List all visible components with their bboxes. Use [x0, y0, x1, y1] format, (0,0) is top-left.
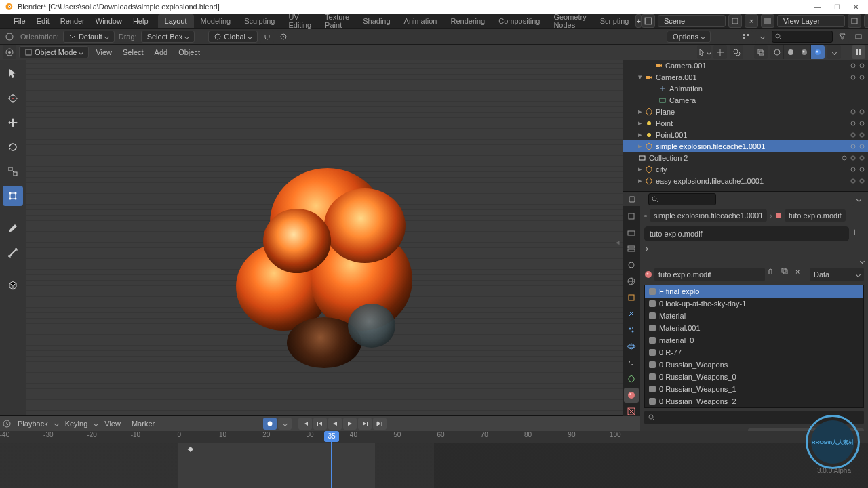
timeline-editor-type[interactable]: [3, 420, 11, 428]
material-list-item[interactable]: 0 Russian_Weapons_1: [645, 383, 863, 395]
options-dropdown[interactable]: Options: [667, 30, 711, 43]
outliner-row[interactable]: Camera.001: [623, 60, 868, 71]
ptab-constraints[interactable]: [624, 355, 639, 370]
outliner-editor-type[interactable]: [739, 30, 753, 43]
workspace-tab-uv[interactable]: UV Editing: [281, 10, 318, 32]
menu-render[interactable]: Render: [55, 15, 90, 27]
transform-orientation[interactable]: Global: [208, 30, 258, 43]
timeline-body[interactable]: 35: [0, 443, 868, 488]
viewport-collapse-arrow[interactable]: ◂: [616, 238, 620, 247]
tool-rotate[interactable]: [3, 137, 23, 157]
timeline-ruler[interactable]: -40-30-20-100102030405060708090100: [0, 431, 868, 443]
workspace-tab-layout[interactable]: Layout: [158, 14, 194, 28]
auto-keying-button[interactable]: [263, 418, 277, 430]
timeline-playback[interactable]: Playback: [14, 418, 52, 429]
viewport-3d[interactable]: ◂: [26, 60, 623, 415]
ptab-object[interactable]: [624, 290, 639, 305]
shading-matprev[interactable]: [797, 45, 811, 59]
viewport-editor-type[interactable]: [3, 45, 16, 59]
material-unlink[interactable]: ×: [795, 268, 808, 281]
snap-button[interactable]: [260, 30, 274, 43]
auto-keying-options[interactable]: [278, 418, 292, 430]
shading-options[interactable]: [827, 45, 841, 59]
tool-scale[interactable]: [3, 161, 23, 182]
ptab-material[interactable]: [624, 388, 639, 403]
overlay-button[interactable]: [730, 45, 743, 59]
properties-options[interactable]: [852, 192, 865, 206]
material-link-mode[interactable]: Data: [810, 268, 864, 281]
material-fake-user[interactable]: [767, 268, 779, 281]
menu-window[interactable]: Window: [90, 15, 127, 27]
ptab-viewlayer[interactable]: [624, 241, 639, 256]
material-list-item[interactable]: Material.001: [645, 322, 863, 334]
tool-addcube[interactable]: [3, 275, 23, 296]
outliner-row[interactable]: Collection 2: [623, 152, 868, 163]
playhead[interactable]: 35: [331, 431, 332, 488]
select-menu[interactable]: Select: [119, 47, 148, 58]
slot-expand[interactable]: [644, 247, 648, 251]
ptab-output[interactable]: [624, 225, 639, 240]
ptab-data[interactable]: [624, 371, 639, 386]
pause-render-button[interactable]: [852, 45, 865, 59]
jump-start-button[interactable]: [298, 418, 312, 430]
outliner-row[interactable]: Camera: [623, 94, 868, 106]
object-menu[interactable]: Object: [174, 47, 204, 58]
orientation-dropdown[interactable]: Default: [63, 30, 115, 43]
tool-transform[interactable]: [3, 186, 23, 206]
tool-move[interactable]: [3, 113, 23, 133]
minimize-button[interactable]: —: [808, 0, 827, 14]
selectability-button[interactable]: [697, 45, 711, 59]
mode-dropdown[interactable]: Object Mode: [19, 46, 89, 58]
outliner-row[interactable]: ▸simple explosion.filecache1.0001: [623, 140, 868, 152]
outliner-row[interactable]: ▾Camera.001: [623, 71, 868, 83]
workspace-add-button[interactable]: +: [635, 14, 641, 28]
material-list-item[interactable]: 0 R-77: [645, 346, 863, 359]
material-browse-icon[interactable]: [644, 270, 652, 279]
menu-file[interactable]: File: [8, 15, 31, 27]
ptab-modifier[interactable]: [624, 306, 639, 321]
workspace-tab-rendering[interactable]: Rendering: [443, 14, 492, 28]
menu-edit[interactable]: Edit: [31, 15, 55, 27]
jump-keyframe-fwd[interactable]: [358, 418, 372, 430]
outliner-row[interactable]: ▸Point.001: [623, 129, 868, 140]
breadcrumb-material[interactable]: tuto explo.modif: [785, 209, 846, 222]
workspace-tab-compositing[interactable]: Compositing: [492, 14, 547, 28]
viewlayer-browse-button[interactable]: [761, 14, 774, 28]
gizmo-button[interactable]: [713, 45, 727, 59]
material-slot-name[interactable]: tuto explo.modif: [644, 226, 849, 241]
material-slot-add[interactable]: +: [852, 226, 864, 241]
properties-editor-type[interactable]: [625, 192, 639, 206]
ptab-particles[interactable]: [624, 323, 639, 338]
shading-solid[interactable]: [784, 45, 797, 59]
outliner-tree[interactable]: Camera.001▾Camera.001AnimationCamera▸Pla…: [623, 60, 868, 191]
workspace-tab-modeling[interactable]: Modeling: [194, 14, 238, 28]
material-list-item[interactable]: 0 Russian_Weapons: [645, 359, 863, 371]
viewlayer-delete-button[interactable]: ×: [864, 14, 868, 28]
scene-browse-button[interactable]: [642, 14, 655, 28]
outliner-new-collection[interactable]: [852, 30, 865, 43]
scene-delete-button[interactable]: ×: [745, 14, 758, 28]
workspace-tab-geonodes[interactable]: Geometry Nodes: [547, 10, 593, 32]
outliner-filter[interactable]: [835, 30, 849, 43]
material-list-item[interactable]: 0 look-up-at-the-sky-day-1: [645, 298, 863, 310]
properties-search[interactable]: [648, 193, 716, 205]
close-button[interactable]: ✕: [846, 0, 865, 14]
timeline-marker[interactable]: Marker: [127, 418, 159, 429]
jump-end-button[interactable]: [373, 418, 387, 430]
ptab-world[interactable]: [624, 274, 639, 289]
shading-rendered[interactable]: [811, 45, 825, 59]
play-reverse-button[interactable]: [328, 418, 342, 430]
workspace-tab-animation[interactable]: Animation: [397, 14, 444, 28]
workspace-tab-scripting[interactable]: Scripting: [593, 14, 636, 28]
xray-button[interactable]: [754, 45, 768, 59]
play-button[interactable]: [343, 418, 357, 430]
outliner-row[interactable]: ▸easy explosiond.filecache1.0001: [623, 175, 868, 186]
outliner-row[interactable]: ▸Plane: [623, 106, 868, 117]
material-name-field[interactable]: tuto explo.modif: [654, 268, 765, 281]
scene-new-button[interactable]: [728, 14, 742, 28]
material-list-item[interactable]: material_0: [645, 334, 863, 346]
breadcrumb-object[interactable]: simple explosion.filecache1.0001: [650, 209, 767, 222]
material-dropdown-list[interactable]: F final explo0 look-up-at-the-sky-day-1M…: [644, 285, 864, 408]
viewlayer-new-button[interactable]: [848, 14, 861, 28]
scene-name-field[interactable]: Scene: [658, 15, 726, 27]
